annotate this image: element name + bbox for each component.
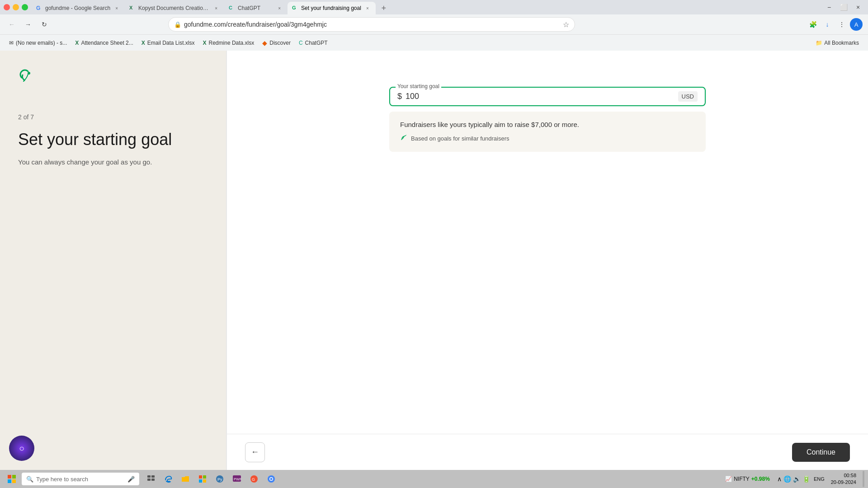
- language-indicator: ENG: [814, 476, 825, 482]
- system-tray-icons: ∧ 🌐 🔊 🔋: [777, 475, 810, 483]
- show-desktop-button[interactable]: [863, 471, 864, 487]
- tab-favicon-3: C: [229, 5, 235, 11]
- browser-tab-2[interactable]: X Kopyst Documents Creation.xl... ×: [125, 2, 224, 14]
- svg-text:G: G: [252, 477, 255, 482]
- taskbar-apps: Py PWR G: [143, 471, 279, 487]
- bookmark-chatgpt-label: ChatGPT: [305, 40, 328, 46]
- taskbar-app-power[interactable]: PWR: [229, 471, 245, 487]
- new-tab-button[interactable]: +: [377, 2, 390, 14]
- continue-button[interactable]: Continue: [792, 443, 850, 462]
- taskbar-right: 📈 NIFTY +0.98% ∧ 🌐 🔊 🔋 ENG 00:58 20-09-2…: [722, 471, 864, 487]
- tray-network-icon[interactable]: 🌐: [783, 475, 791, 483]
- svg-rect-13: [203, 479, 206, 483]
- tab-title-1: gofundme - Google Search: [45, 5, 110, 11]
- bookmark-email-label: (No new emails) - s...: [16, 40, 67, 46]
- maximize-window-button[interactable]: [22, 4, 28, 10]
- tab-favicon-4: G: [292, 5, 298, 11]
- bookmark-emaildata-label: Email Data List.xlsx: [147, 40, 195, 46]
- clock-area[interactable]: 00:58 20-09-2024: [828, 472, 859, 486]
- all-bookmarks-label: All Bookmarks: [824, 40, 859, 46]
- bookmark-discover[interactable]: ◆ Discover: [259, 37, 294, 49]
- forward-nav-button[interactable]: →: [22, 18, 34, 31]
- close-icon[interactable]: ×: [852, 1, 864, 14]
- browser-tab-1[interactable]: G gofundme - Google Search ×: [32, 2, 125, 14]
- svg-text:PWR: PWR: [234, 477, 241, 481]
- bookmark-email-data[interactable]: X Email Data List.xlsx: [138, 37, 198, 49]
- title-bar: G gofundme - Google Search × X Kopyst Do…: [0, 0, 868, 14]
- lock-icon: 🔒: [174, 21, 181, 28]
- address-bar[interactable]: 🔒 gofundme.com/create/fundraiser/goal/3g…: [168, 17, 575, 32]
- refresh-button[interactable]: ↻: [38, 18, 51, 31]
- tray-battery-icon[interactable]: 🔋: [802, 475, 810, 483]
- restore-icon[interactable]: ⬜: [837, 1, 850, 14]
- stock-chart-icon: 📈: [725, 476, 732, 482]
- downloads-icon[interactable]: ↓: [821, 18, 834, 31]
- bookmark-attendance-label: Attendance Sheet 2...: [81, 40, 133, 46]
- extensions-icon[interactable]: 🧩: [807, 18, 819, 31]
- taskbar-app-python[interactable]: Py: [212, 471, 228, 487]
- browser-tab-3[interactable]: C ChatGPT ×: [224, 2, 288, 14]
- suggestion-text: Fundraisers like yours typically aim to …: [400, 121, 695, 128]
- profile-button[interactable]: A: [850, 18, 863, 31]
- tab-close-2[interactable]: ×: [212, 5, 220, 12]
- browser-tab-4[interactable]: G Set your fundraising goal ×: [288, 2, 376, 14]
- all-bookmarks-folder[interactable]: 📁 All Bookmarks: [812, 37, 863, 49]
- stock-indicator: 📈 NIFTY +0.98%: [722, 476, 774, 482]
- more-tools-icon[interactable]: ⋮: [835, 18, 848, 31]
- bookmark-redmine[interactable]: X Redmine Data.xlsx: [199, 37, 258, 49]
- bookmark-attendance[interactable]: X Attendance Sheet 2...: [71, 37, 137, 49]
- suggestion-box: Fundraisers like yours typically aim to …: [389, 112, 706, 152]
- taskbar-search-icon: 🔍: [26, 476, 33, 483]
- suggestion-note-text: Based on goals for similar fundraisers: [411, 135, 509, 142]
- currency-badge: USD: [678, 91, 698, 102]
- bookmark-email[interactable]: ✉ (No new emails) - s...: [5, 37, 71, 49]
- taskbar-app-edge[interactable]: [160, 471, 176, 487]
- tray-volume-icon[interactable]: 🔊: [793, 475, 801, 483]
- window-controls: [4, 4, 28, 10]
- tab-close-4[interactable]: ×: [364, 5, 371, 12]
- tray-arrow-icon[interactable]: ∧: [777, 475, 782, 483]
- address-bar-icons: ☆: [563, 20, 569, 29]
- back-nav-button[interactable]: ←: [5, 18, 18, 31]
- bookmark-redmine-icon: X: [203, 40, 207, 46]
- tab-close-3[interactable]: ×: [276, 5, 283, 12]
- bookmark-chatgpt[interactable]: C ChatGPT: [295, 37, 331, 49]
- circle-widget[interactable]: ○: [9, 436, 34, 461]
- svg-rect-2: [8, 475, 11, 479]
- nav-buttons: ← Continue: [227, 434, 868, 470]
- stock-label: NIFTY: [734, 476, 750, 482]
- bookmarks-bar: ✉ (No new emails) - s... X Attendance Sh…: [0, 34, 868, 51]
- minimize-window-button[interactable]: [13, 4, 19, 10]
- folder-icon: 📁: [816, 40, 822, 46]
- tab-close-1[interactable]: ×: [113, 5, 120, 12]
- svg-rect-7: [151, 475, 155, 478]
- close-window-button[interactable]: [4, 4, 10, 10]
- taskbar-app-store[interactable]: [194, 471, 211, 487]
- clock-date: 20-09-2024: [831, 479, 856, 486]
- taskbar-app-explorer[interactable]: [177, 471, 193, 487]
- svg-point-22: [270, 478, 273, 480]
- taskbar-app-chrome[interactable]: [263, 471, 279, 487]
- tab-title-3: ChatGPT: [238, 5, 273, 11]
- step-indicator: 2 of 7: [18, 113, 208, 121]
- suggestion-leaf-icon: [400, 134, 407, 143]
- taskbar-app-git[interactable]: G: [246, 471, 262, 487]
- gfm-logo: [18, 69, 208, 86]
- dollar-sign: $: [397, 92, 402, 101]
- svg-rect-10: [199, 475, 202, 479]
- back-arrow-icon: ←: [251, 447, 259, 457]
- back-button[interactable]: ←: [245, 442, 265, 462]
- start-button[interactable]: [4, 471, 20, 487]
- bookmark-discover-icon: ◆: [262, 39, 267, 47]
- goal-amount-input[interactable]: [406, 92, 678, 101]
- svg-rect-5: [12, 479, 16, 483]
- minimize-icon[interactable]: −: [823, 1, 835, 14]
- bookmark-star-icon[interactable]: ☆: [563, 20, 569, 29]
- goal-input-wrapper: Your starting goal $ USD Fundraisers lik…: [389, 87, 706, 152]
- svg-rect-4: [8, 479, 11, 483]
- svg-text:Py: Py: [217, 477, 222, 482]
- right-panel: Your starting goal $ USD Fundraisers lik…: [227, 51, 868, 470]
- right-panel-content: Your starting goal $ USD Fundraisers lik…: [227, 51, 868, 470]
- taskbar-search-bar[interactable]: 🔍 Type here to search 🎤: [22, 473, 139, 485]
- taskbar-app-taskview[interactable]: [143, 471, 159, 487]
